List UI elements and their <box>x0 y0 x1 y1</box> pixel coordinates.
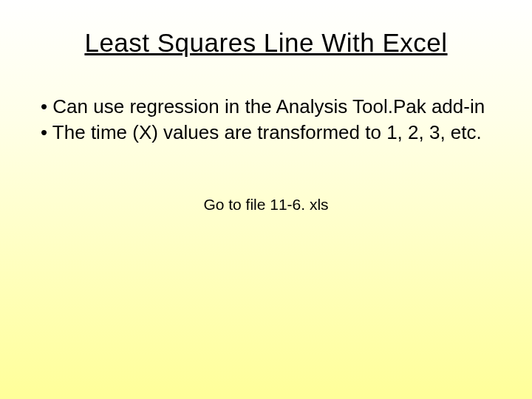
slide: Least Squares Line With Excel Can use re… <box>0 0 532 399</box>
bullet-item: Can use regression in the Analysis Tool.… <box>41 95 491 119</box>
slide-note: Go to file 11-6. xls <box>41 196 491 214</box>
bullet-list: Can use regression in the Analysis Tool.… <box>41 95 491 144</box>
bullet-item: The time (X) values are transformed to 1… <box>41 120 491 145</box>
slide-title: Least Squares Line With Excel <box>41 28 491 58</box>
